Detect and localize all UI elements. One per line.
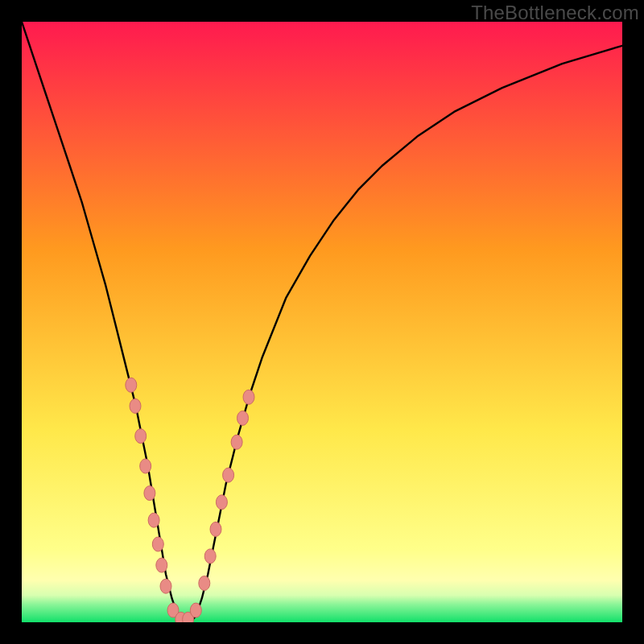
chart-svg <box>22 22 622 622</box>
highlight-dot <box>199 576 210 591</box>
highlight-dot <box>140 459 151 473</box>
highlight-dot <box>156 558 167 572</box>
highlight-dot <box>216 495 227 510</box>
highlight-dot <box>144 486 155 501</box>
gradient-background <box>22 22 622 622</box>
highlight-dot <box>148 513 159 527</box>
highlight-dot <box>152 537 163 551</box>
highlight-dot <box>223 468 234 482</box>
highlight-dot <box>204 549 216 564</box>
highlight-dot <box>130 398 141 413</box>
highlight-dot <box>160 579 171 593</box>
highlight-dot <box>210 522 221 536</box>
highlight-dot <box>237 411 249 425</box>
highlight-dot <box>126 378 137 392</box>
watermark-text: TheBottleneck.com <box>471 2 639 24</box>
chart-frame <box>22 22 622 622</box>
highlight-dot <box>135 429 147 444</box>
highlight-dot <box>243 390 254 404</box>
highlight-dot <box>190 603 201 617</box>
highlight-dot <box>231 435 242 449</box>
